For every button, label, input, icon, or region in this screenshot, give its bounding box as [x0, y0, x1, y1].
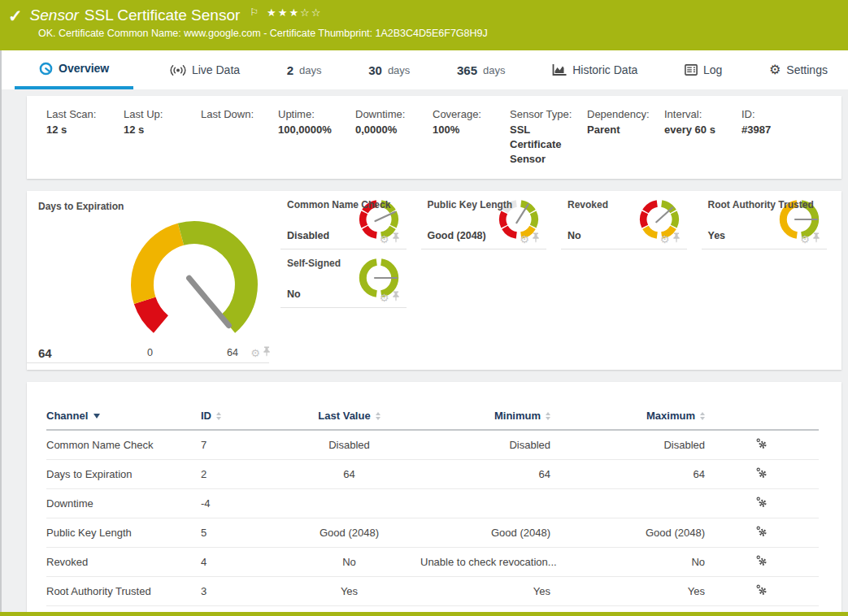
table-row-downtime: Downtime-4: [46, 488, 819, 518]
tab-historic-data[interactable]: Historic Data: [541, 50, 648, 89]
pin-icon[interactable]: [672, 232, 681, 246]
gauge-value: Good (2048): [428, 230, 486, 241]
info-label: Last Up:: [124, 108, 201, 120]
column-header-maximum[interactable]: Maximum: [550, 410, 705, 430]
gauge-title: Days to Expiration: [38, 201, 280, 212]
gear-icon[interactable]: ⚙: [800, 232, 810, 246]
cell-maximum: [550, 488, 705, 518]
priority-stars[interactable]: ★★★☆☆: [267, 7, 322, 19]
tab-2-days[interactable]: 2days: [276, 50, 333, 89]
gauge-value: 64: [38, 346, 52, 360]
gauge-panel-common-name-check: Common Name CheckDisabled⚙: [280, 191, 407, 249]
tab-label: Overview: [59, 62, 109, 75]
flag-icon[interactable]: ⚐: [250, 7, 259, 18]
column-label: Maximum: [646, 410, 695, 422]
cell-last-value: Good (2048): [278, 518, 420, 547]
cell-channel: Revoked: [46, 547, 201, 576]
pin-icon[interactable]: [392, 232, 400, 246]
tab-settings[interactable]: ⚙Settings: [759, 50, 838, 89]
gauge-title: Common Name Check: [287, 199, 407, 210]
gear-icon[interactable]: ⚙: [660, 232, 670, 246]
info-value: every 60 s: [664, 123, 741, 137]
tab-365-days[interactable]: 365days: [446, 50, 516, 89]
wrench-gear-icon[interactable]: [756, 497, 768, 510]
cell-settings: [705, 488, 819, 518]
column-header-minimum[interactable]: Minimum: [420, 410, 550, 430]
column-label: Minimum: [494, 410, 541, 422]
cell-id: 2: [201, 459, 278, 488]
column-label: ID: [201, 410, 211, 422]
days-to-expiration-gauge: [97, 207, 292, 365]
gauge-value: Disabled: [287, 230, 329, 241]
gauge-value: No: [287, 288, 301, 300]
gauge-title: Self-Signed: [287, 258, 407, 269]
gauge-value: Yes: [708, 230, 726, 241]
column-label: Last Value: [318, 410, 370, 422]
info-value: 12 s: [46, 123, 124, 137]
pin-icon[interactable]: [263, 345, 271, 360]
cell-last-value: Yes: [278, 576, 420, 605]
wrench-gear-icon[interactable]: [756, 555, 768, 569]
wrench-gear-icon[interactable]: [756, 467, 768, 481]
gear-icon[interactable]: ⚙: [380, 290, 389, 305]
gauge-corner-icons: ⚙: [380, 232, 400, 246]
tab-30-days[interactable]: 30days: [358, 50, 420, 89]
cell-settings: [705, 518, 819, 547]
info-field-last-down: Last Down:: [201, 108, 278, 167]
cell-maximum: No: [550, 547, 705, 576]
gauge-panel-revoked: RevokedNo⚙: [561, 191, 687, 249]
pin-icon[interactable]: [392, 290, 400, 305]
sensor-info-bar: Last Scan:12 sLast Up:12 sLast Down:Upti…: [27, 96, 841, 179]
column-header-last-value[interactable]: Last Value: [278, 410, 420, 430]
log-icon: [685, 64, 698, 76]
cell-channel: Downtime: [46, 488, 201, 518]
cell-maximum: Disabled: [550, 430, 705, 460]
cell-id: 5: [201, 518, 278, 547]
cell-last-value: [278, 488, 420, 518]
gauge-title: Public Key Length: [428, 199, 547, 210]
sort-up-icon: [376, 412, 381, 415]
column-header-id[interactable]: ID: [201, 410, 278, 430]
gauge-title: Root Authority Trusted: [708, 199, 828, 210]
wrench-gear-icon[interactable]: [756, 584, 768, 598]
info-label: Coverage:: [433, 108, 510, 120]
info-value: 0,0000%: [355, 123, 433, 137]
info-field-uptime: Uptime:100,0000%: [278, 108, 355, 167]
sort-down-icon: [376, 417, 381, 420]
page-left-edge: [0, 50, 2, 616]
pin-icon[interactable]: [532, 232, 540, 246]
cell-channel: Root Authority Trusted: [46, 576, 201, 605]
gauge-panel-days-to-expiration: Days to Expiration 64 0 64 ⚙: [27, 191, 280, 370]
info-label: ID:: [741, 108, 819, 120]
gauge-icon: [39, 62, 53, 76]
cell-minimum: Good (2048): [420, 518, 550, 547]
info-field-last-up: Last Up:12 s: [124, 108, 201, 167]
gauge-panel-root-authority-trusted: Root Authority TrustedYes⚙: [702, 191, 828, 249]
tab-log[interactable]: Log: [674, 50, 733, 89]
tab-number: 30: [368, 63, 382, 77]
gauge-corner-icons: ⚙: [380, 290, 400, 305]
cell-id: 3: [201, 576, 278, 605]
info-field-last-scan: Last Scan:12 s: [46, 108, 124, 167]
cell-id: 7: [201, 430, 278, 460]
table-row-revoked: Revoked4NoUnable to check revocation...N…: [46, 547, 819, 576]
pin-icon[interactable]: [812, 232, 820, 246]
table-row-common-name-check: Common Name Check7DisabledDisabledDisabl…: [46, 430, 819, 460]
info-label: Sensor Type:: [510, 108, 587, 120]
sort-icons: [700, 412, 705, 420]
wrench-gear-icon[interactable]: [756, 438, 768, 452]
wrench-gear-icon[interactable]: [756, 526, 768, 540]
tab-live-data[interactable]: Live Data: [159, 50, 250, 89]
gear-icon[interactable]: ⚙: [380, 232, 389, 246]
gear-icon[interactable]: ⚙: [520, 232, 529, 246]
tab-overview[interactable]: Overview: [15, 50, 133, 89]
gear-icon[interactable]: ⚙: [250, 345, 260, 360]
sensor-header: ✓ Sensor SSL Certificate Sensor ⚐ ★★★☆☆ …: [0, 0, 848, 50]
cell-minimum: Disabled: [420, 430, 550, 460]
info-label: Dependency:: [587, 108, 664, 120]
channels-table: ChannelIDLast ValueMinimumMaximum Common…: [46, 410, 819, 616]
tab-label: days: [299, 64, 321, 76]
settings-gear-icon: ⚙: [769, 63, 781, 76]
tab-label: Live Data: [192, 63, 240, 76]
column-header-channel[interactable]: Channel: [46, 410, 201, 430]
